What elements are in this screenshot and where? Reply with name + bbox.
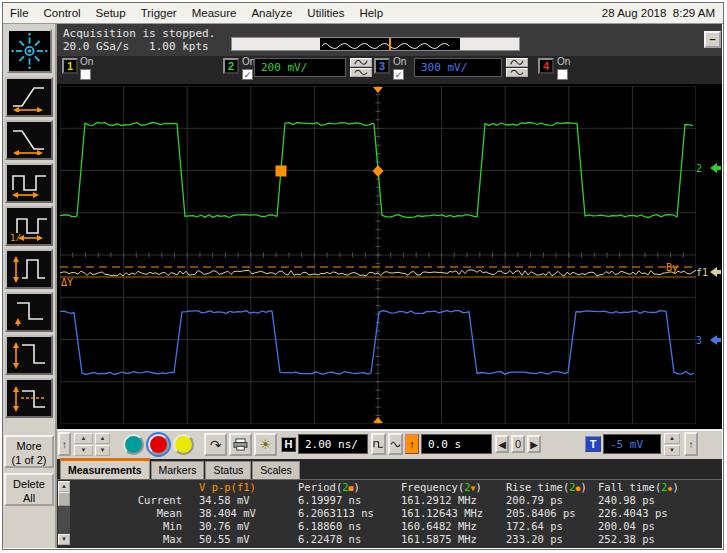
- channel-2-wave-button-top[interactable]: [350, 58, 372, 67]
- trigger-position-top-marker[interactable]: [373, 87, 383, 93]
- trigger-position-bottom-marker[interactable]: [373, 417, 383, 423]
- zoom-pulse-button[interactable]: [371, 433, 386, 455]
- channel-4-on-label: On: [557, 57, 570, 67]
- measurements-scrollbar[interactable]: ▲ ▼: [58, 481, 70, 545]
- measure-v-base-button[interactable]: .w{stroke:#e8e8e8;fill:none;stroke-width…: [5, 292, 53, 332]
- more-measurements-button[interactable]: More (1 of 2): [4, 435, 54, 468]
- measure-v-max-button[interactable]: .w{stroke:#e8e8e8;fill:none;stroke-width…: [5, 335, 53, 375]
- v-base-icon: .w{stroke:#e8e8e8;fill:none;stroke-width…: [9, 297, 49, 327]
- channel-3-wave-button-top[interactable]: [506, 58, 528, 67]
- tab-scales[interactable]: Scales: [252, 461, 300, 479]
- trigger-level-field[interactable]: -5 mV: [603, 434, 661, 454]
- tab-status[interactable]: Status: [205, 461, 251, 479]
- menu-item-setup[interactable]: Setup: [96, 7, 126, 19]
- sine-view-button[interactable]: [388, 433, 403, 455]
- run-button[interactable]: [123, 434, 144, 455]
- measurement-value: 160.6482 MHz: [400, 520, 505, 533]
- spinner-a-up-button[interactable]: ▲: [74, 433, 93, 444]
- spinner-b-down-button[interactable]: ▼: [95, 445, 110, 456]
- spinner-a-down-button[interactable]: ▼: [74, 445, 93, 456]
- ground-marker-3[interactable]: 3: [696, 332, 722, 352]
- channel-3-wave-button-bottom[interactable]: [506, 68, 528, 77]
- menu-item-help[interactable]: Help: [359, 7, 383, 19]
- sample-rate-memory: 20.0 GSa/s 1.00 kpts: [63, 40, 209, 53]
- measurement-value: 172.64 ps: [505, 520, 597, 533]
- minimize-button[interactable]: –: [704, 31, 721, 48]
- measurement-value: 6.22478 ns: [295, 533, 400, 546]
- column-header-period: Period(2■): [295, 481, 400, 494]
- vertical-scroll-up-button[interactable]: ↑: [58, 432, 71, 456]
- channel-4-checkbox[interactable]: [557, 69, 568, 80]
- channel-2-wave-button-bottom[interactable]: [350, 68, 372, 77]
- trigger-level-spinner: ▲ ▼: [664, 433, 680, 456]
- position-spinner-b: ▲ ▼: [95, 433, 110, 456]
- channel-3-checkbox[interactable]: ✓: [393, 69, 404, 80]
- measure-v-peak-to-peak-button[interactable]: .w{stroke:#e8e8e8;fill:none;stroke-width…: [5, 249, 53, 289]
- channel-3-scale-field[interactable]: 300 mV/: [414, 58, 502, 77]
- trigger-delay-field[interactable]: 0.0 s: [421, 434, 492, 454]
- measure-period-button[interactable]: .w{stroke:#e8e8e8;fill:none;stroke-width…: [5, 163, 53, 203]
- measurement-value: 6.2063113 ns: [295, 507, 400, 520]
- menu-item-control[interactable]: Control: [44, 7, 81, 19]
- measurement-value: 6.19997 ns: [295, 494, 400, 507]
- clear-display-button[interactable]: ↷: [204, 433, 227, 456]
- trigger-level-up-button[interactable]: ▲: [664, 433, 680, 444]
- printer-icon: [233, 438, 248, 451]
- measure-rise-time-button[interactable]: .w{stroke:#e8e8e8;fill:none;stroke-width…: [5, 77, 53, 117]
- menu-item-utilities[interactable]: Utilities: [307, 7, 344, 19]
- timebase-field[interactable]: 2.00 ns/: [298, 434, 368, 454]
- channel-2-checkbox[interactable]: ✓: [242, 69, 253, 80]
- measurement-value: 252.38 ps: [597, 533, 722, 546]
- single-button[interactable]: [173, 434, 194, 455]
- starburst-logo-icon: [9, 31, 50, 71]
- datetime-display: 28 Aug 2018 8:29 AM: [602, 7, 723, 19]
- brightness-button[interactable]: ☀: [254, 433, 277, 456]
- scroll-down-button[interactable]: ▼: [58, 534, 70, 545]
- svg-text:3: 3: [696, 335, 702, 346]
- channel-4-button[interactable]: 4: [538, 58, 554, 74]
- column-header-frequency: Frequency(2▼): [400, 481, 505, 494]
- measurement-value: 226.4043 ps: [597, 507, 722, 520]
- menu-item-file[interactable]: File: [10, 7, 29, 19]
- period-start-marker[interactable]: [276, 166, 287, 177]
- trigger-slope-button[interactable]: ↑: [405, 434, 419, 454]
- pan-left-button[interactable]: ◀: [495, 435, 509, 453]
- tab-markers[interactable]: Markers: [151, 461, 205, 479]
- column-header-v-p-p: V p-p(f1): [182, 481, 295, 494]
- ground-marker-f1[interactable]: f1: [696, 264, 722, 284]
- row-label: Max: [70, 533, 182, 546]
- measure-v-average-button[interactable]: .w{stroke:#e8e8e8;fill:none;stroke-width…: [5, 378, 53, 418]
- pan-right-button[interactable]: ▶: [527, 435, 541, 453]
- trigger-menu-button[interactable]: T: [585, 436, 601, 452]
- marker-b-y-label: By: [666, 262, 678, 273]
- menu-item-trigger[interactable]: Trigger: [141, 7, 177, 19]
- channel-2-scale-field[interactable]: 200 mV/: [254, 58, 346, 77]
- measurement-value: 161.12643 MHz: [400, 507, 505, 520]
- channel-1-checkbox[interactable]: [80, 69, 91, 80]
- channel-3-coupling-buttons: [506, 58, 528, 77]
- ground-marker-2[interactable]: 2: [696, 160, 722, 180]
- measure-fall-time-button[interactable]: .w{stroke:#e8e8e8;fill:none;stroke-width…: [5, 120, 53, 160]
- trigger-level-down-button[interactable]: ▼: [664, 445, 680, 456]
- menu-item-analyze[interactable]: Analyze: [251, 7, 292, 19]
- delete-all-button[interactable]: Delete All: [4, 473, 54, 506]
- spinner-b-up-button[interactable]: ▲: [95, 433, 110, 444]
- period-icon: .w{stroke:#e8e8e8;fill:none;stroke-width…: [9, 168, 49, 198]
- delay-zero-button[interactable]: 0: [511, 435, 525, 453]
- horizontal-menu-button[interactable]: H: [281, 437, 296, 452]
- channel-2-button[interactable]: 2: [223, 58, 239, 74]
- measurement-row-min: Min30.76 mV6.18860 ns160.6482 MHz172.64 …: [70, 520, 722, 533]
- measurement-value: 38.404 mV: [182, 507, 295, 520]
- scroll-thumb[interactable]: [58, 492, 70, 506]
- stop-button[interactable]: [148, 434, 169, 455]
- tab-measurements[interactable]: Measurements: [60, 458, 150, 479]
- channel-3-button[interactable]: 3: [374, 58, 390, 74]
- channel-1-button[interactable]: 1: [62, 58, 78, 74]
- menu-item-measure[interactable]: Measure: [192, 7, 237, 19]
- measure-frequency-button[interactable]: .w{stroke:#e8e8e8;fill:none;stroke-width…: [5, 206, 53, 246]
- scroll-up-button[interactable]: ▲: [58, 481, 70, 492]
- fall-time-marker[interactable]: [373, 165, 384, 177]
- trigger-scroll-up-button[interactable]: ↑: [684, 432, 698, 456]
- graticule: ΔYBy: [60, 86, 696, 424]
- print-button[interactable]: [229, 433, 252, 456]
